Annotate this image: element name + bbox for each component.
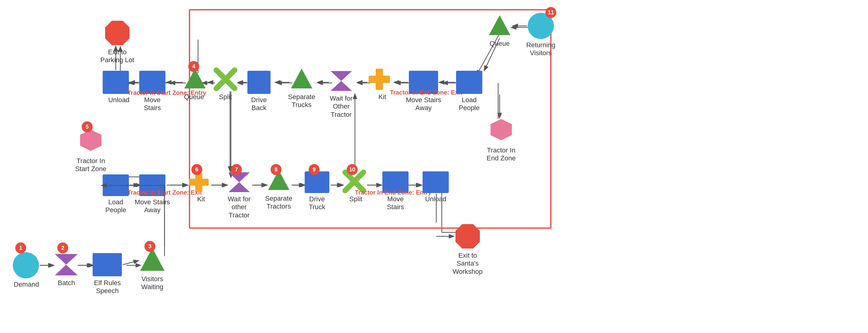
- svg-marker-55: [228, 172, 250, 192]
- svg-rect-38: [247, 71, 271, 94]
- svg-line-69: [123, 261, 138, 265]
- badge-9: 9: [309, 164, 319, 175]
- svg-rect-57: [305, 171, 329, 193]
- svg-marker-50: [80, 130, 101, 151]
- wait-other-tractor2-label: Wait for other Tractor: [222, 195, 256, 219]
- svg-marker-64: [55, 254, 78, 275]
- queue2-shape[interactable]: [488, 14, 512, 38]
- batch-shape[interactable]: [53, 252, 79, 277]
- visitors-waiting-label: Visitors Waiting: [134, 275, 170, 291]
- badge-7: 7: [231, 164, 242, 175]
- svg-marker-40: [331, 71, 352, 91]
- badge-1: 1: [15, 243, 26, 253]
- elf-rules-speech-shape[interactable]: [92, 252, 122, 277]
- wait-other-tractor-label: Wait for Other Tractor: [323, 94, 360, 119]
- svg-marker-66: [140, 248, 164, 271]
- kit-shape[interactable]: [367, 67, 392, 91]
- wait-other-tractor-shape[interactable]: [329, 70, 353, 92]
- unload-bottom-shape[interactable]: [422, 171, 450, 194]
- exit-parking-lot-shape[interactable]: [103, 19, 131, 47]
- exit-santas-workshop-shape[interactable]: [454, 223, 482, 250]
- drive-back-shape[interactable]: [247, 70, 271, 94]
- badge-3: 3: [145, 241, 155, 252]
- drive-truck-label: Drive Truck: [303, 195, 332, 211]
- badge-6: 6: [191, 164, 202, 175]
- move-stairs-away-label: Move Stairs Away: [404, 96, 443, 112]
- diagram: 11 Exit to Parking Lot Queue 4 Split Dri…: [0, 0, 868, 333]
- svg-marker-45: [489, 15, 510, 35]
- badge-11: 11: [545, 7, 556, 18]
- move-stairs-bottom2-label: Move Stairs: [379, 195, 412, 211]
- svg-marker-47: [491, 119, 512, 140]
- returning-visitors-label: Returning Visitors: [524, 41, 558, 57]
- svg-rect-54: [189, 179, 209, 186]
- exit-parking-lot-label: Exit to Parking Lot: [96, 48, 138, 64]
- move-stairs-bottom-label: Move Stairs Away: [134, 198, 170, 214]
- kit-bottom-label: Kit: [189, 195, 213, 203]
- demand-shape[interactable]: [12, 252, 40, 279]
- tractor-start-zone-label: Tractor In Start Zone: [71, 157, 111, 173]
- badge-2: 2: [57, 243, 68, 253]
- elf-rules-speech-label: Elf Rules Speech: [90, 279, 125, 295]
- tractor-end-zone-exit-label: Tractor In End Zone: Exit: [390, 89, 462, 96]
- load-people-top-shape[interactable]: [456, 70, 483, 94]
- svg-marker-39: [291, 68, 312, 88]
- tractor-end-zone-entry-label: Tractor In End Zone: Entry: [355, 189, 431, 196]
- load-people-bottom-shape[interactable]: [102, 174, 129, 197]
- tractor-start-zone-entry-label: Tractor In Start Zone: Entry: [127, 89, 206, 96]
- svg-rect-65: [93, 253, 122, 276]
- tractor-start-zone-shape[interactable]: [77, 128, 104, 156]
- separate-tractors-label: Separate Tractors: [262, 195, 296, 211]
- split-bottom-label: Split: [344, 195, 368, 203]
- drive-back-label: Drive Back: [244, 96, 274, 112]
- unload-top-shape[interactable]: [102, 70, 129, 94]
- split-label: Split: [213, 93, 238, 101]
- load-people-bottom-label: Load People: [100, 198, 131, 214]
- exit-santas-workshop-label: Exit to Santa's Workshop: [448, 252, 488, 276]
- svg-rect-44: [456, 71, 482, 94]
- badge-10: 10: [347, 164, 358, 175]
- load-people-top-label: Load People: [453, 96, 486, 112]
- unload-top-label: Unload: [105, 96, 132, 104]
- svg-marker-62: [456, 224, 480, 249]
- tractor-end-zone-shape[interactable]: [488, 117, 515, 145]
- demand-label: Demand: [14, 281, 38, 288]
- svg-marker-34: [105, 21, 129, 45]
- split-shape[interactable]: [213, 67, 238, 91]
- badge-8: 8: [271, 164, 281, 175]
- svg-rect-42: [369, 76, 390, 83]
- badge-4: 4: [188, 61, 199, 72]
- svg-rect-48: [103, 71, 129, 94]
- tractor-end-zone-label: Tractor In End Zone: [482, 146, 521, 163]
- separate-trucks-label: Separate Trucks: [283, 93, 320, 109]
- badge-5: 5: [82, 121, 93, 132]
- move-stairs-top-label: Move Stairs: [135, 96, 169, 112]
- separate-trucks-shape[interactable]: [289, 67, 314, 91]
- batch-label: Batch: [57, 279, 75, 287]
- queue2-label: Queue: [488, 40, 512, 48]
- svg-point-63: [13, 252, 39, 278]
- unload-bottom-label: Unload: [422, 195, 450, 203]
- svg-rect-61: [423, 171, 449, 193]
- svg-rect-51: [103, 174, 129, 196]
